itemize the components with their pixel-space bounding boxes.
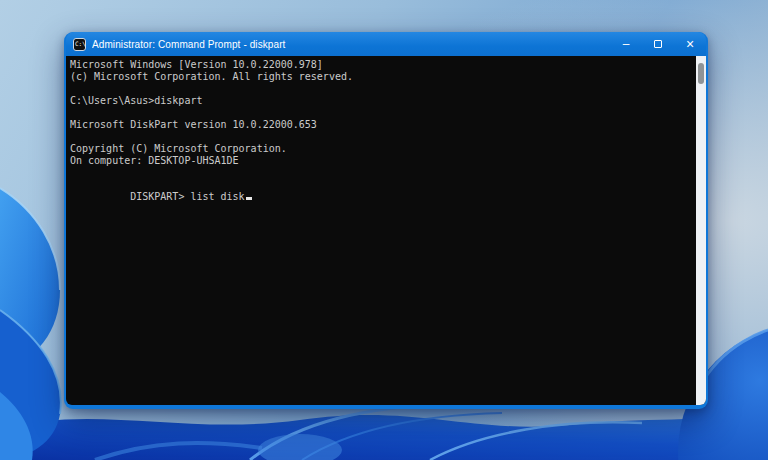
terminal-line: (c) Microsoft Corporation. All rights re… bbox=[70, 71, 696, 83]
command-prompt-window: C:\ Administrator: Command Prompt - disk… bbox=[64, 32, 708, 409]
text-cursor bbox=[246, 197, 252, 200]
maximize-button[interactable] bbox=[642, 32, 674, 56]
terminal-line bbox=[70, 83, 696, 95]
scrollbar-thumb[interactable] bbox=[698, 63, 704, 84]
terminal-line bbox=[70, 167, 696, 179]
terminal-line: Microsoft Windows [Version 10.0.22000.97… bbox=[70, 59, 696, 71]
minimize-button[interactable]: – bbox=[610, 32, 642, 59]
terminal-line bbox=[70, 107, 696, 119]
terminal-line: Microsoft DiskPart version 10.0.22000.65… bbox=[70, 119, 696, 131]
terminal-line bbox=[70, 131, 696, 143]
terminal-line: On computer: DESKTOP-UHSA1DE bbox=[70, 155, 696, 167]
close-button[interactable]: × bbox=[674, 32, 706, 56]
window-controls: – × bbox=[610, 32, 706, 56]
terminal-line: Copyright (C) Microsoft Corporation. bbox=[70, 143, 696, 155]
terminal-screen[interactable]: Microsoft Windows [Version 10.0.22000.97… bbox=[66, 56, 696, 405]
desktop: C:\ Administrator: Command Prompt - disk… bbox=[0, 0, 768, 460]
terminal-scrollbar[interactable] bbox=[696, 56, 706, 405]
window-title: Administrator: Command Prompt - diskpart bbox=[92, 39, 610, 50]
maximize-icon bbox=[654, 40, 662, 48]
window-titlebar[interactable]: C:\ Administrator: Command Prompt - disk… bbox=[66, 32, 706, 56]
terminal-line: C:\Users\Asus>diskpart bbox=[70, 95, 696, 107]
terminal-area: Microsoft Windows [Version 10.0.22000.97… bbox=[66, 56, 706, 405]
prompt-line: DISKPART> list disk bbox=[70, 179, 696, 215]
cmd-icon: C:\ bbox=[73, 38, 86, 51]
prompt-text: DISKPART> list disk bbox=[130, 191, 244, 202]
